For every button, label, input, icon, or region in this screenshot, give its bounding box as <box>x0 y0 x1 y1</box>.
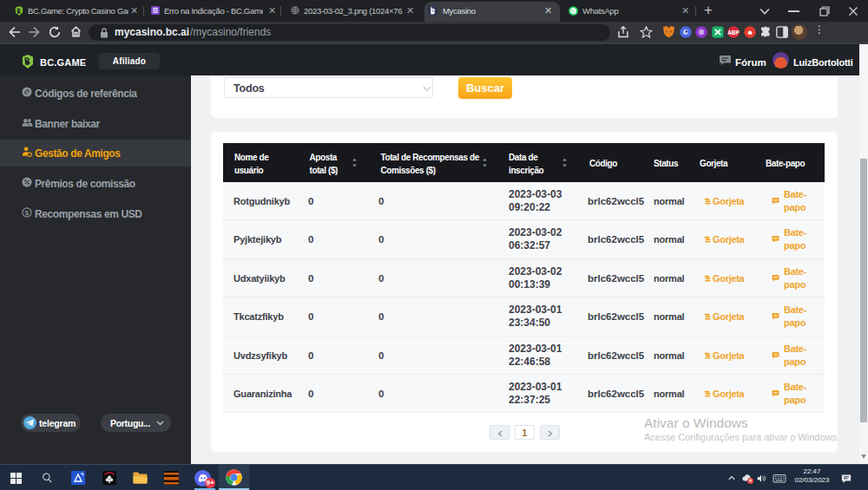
svg-text:$: $ <box>25 209 30 217</box>
svg-text:ABP: ABP <box>727 29 740 36</box>
